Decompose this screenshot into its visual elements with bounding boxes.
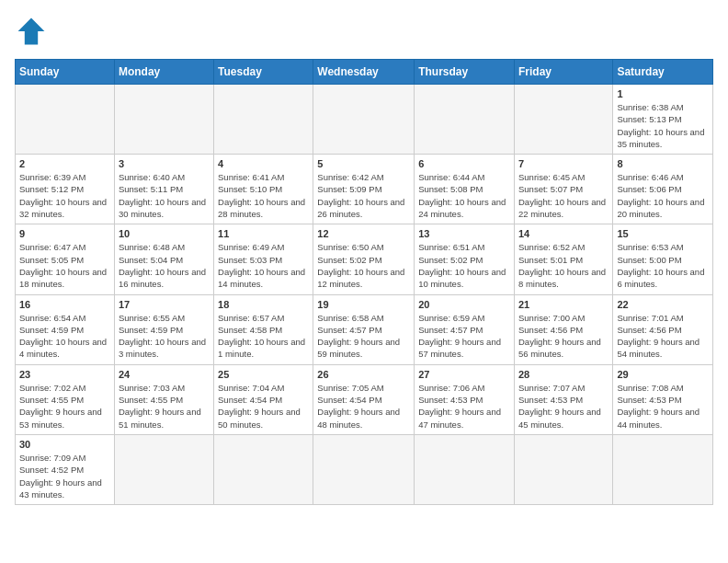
day-info: Sunrise: 6:55 AM Sunset: 4:59 PM Dayligh… <box>119 312 210 361</box>
calendar-cell: 6Sunrise: 6:44 AM Sunset: 5:08 PM Daylig… <box>415 155 515 224</box>
day-info: Sunrise: 7:06 AM Sunset: 4:53 PM Dayligh… <box>418 382 510 431</box>
day-info: Sunrise: 6:49 AM Sunset: 5:03 PM Dayligh… <box>218 241 309 290</box>
calendar-cell: 9Sunrise: 6:47 AM Sunset: 5:05 PM Daylig… <box>16 224 115 294</box>
calendar-week-row: 16Sunrise: 6:54 AM Sunset: 4:59 PM Dayli… <box>16 294 713 364</box>
calendar-cell <box>313 434 415 504</box>
calendar-cell: 20Sunrise: 6:59 AM Sunset: 4:57 PM Dayli… <box>415 294 515 364</box>
day-number: 11 <box>218 228 309 239</box>
day-number: 20 <box>418 299 510 310</box>
day-number: 10 <box>119 228 210 239</box>
logo-icon <box>15 15 48 48</box>
day-info: Sunrise: 6:50 AM Sunset: 5:02 PM Dayligh… <box>317 241 410 290</box>
calendar-cell: 24Sunrise: 7:03 AM Sunset: 4:55 PM Dayli… <box>114 364 213 434</box>
calendar-cell: 8Sunrise: 6:46 AM Sunset: 5:06 PM Daylig… <box>613 155 713 224</box>
weekday-header: Friday <box>514 60 612 85</box>
day-info: Sunrise: 6:51 AM Sunset: 5:02 PM Dayligh… <box>418 241 510 290</box>
day-info: Sunrise: 6:48 AM Sunset: 5:04 PM Dayligh… <box>119 241 210 290</box>
day-info: Sunrise: 6:54 AM Sunset: 4:59 PM Dayligh… <box>19 312 110 361</box>
calendar-cell <box>613 434 713 504</box>
calendar-cell: 17Sunrise: 6:55 AM Sunset: 4:59 PM Dayli… <box>114 294 213 364</box>
day-info: Sunrise: 6:46 AM Sunset: 5:06 PM Dayligh… <box>617 171 709 220</box>
calendar-cell <box>415 85 515 155</box>
calendar-cell <box>114 85 213 155</box>
calendar-cell: 19Sunrise: 6:58 AM Sunset: 4:57 PM Dayli… <box>313 294 415 364</box>
calendar-week-row: 2Sunrise: 6:39 AM Sunset: 5:12 PM Daylig… <box>16 155 713 224</box>
day-number: 14 <box>518 228 609 239</box>
calendar-cell: 1Sunrise: 6:38 AM Sunset: 5:13 PM Daylig… <box>613 85 713 155</box>
day-number: 13 <box>418 228 510 239</box>
day-number: 24 <box>119 369 210 380</box>
calendar-cell <box>415 434 515 504</box>
calendar-cell: 7Sunrise: 6:45 AM Sunset: 5:07 PM Daylig… <box>514 155 612 224</box>
day-number: 16 <box>19 299 110 310</box>
day-number: 18 <box>218 299 309 310</box>
day-number: 29 <box>617 369 709 380</box>
day-info: Sunrise: 6:44 AM Sunset: 5:08 PM Dayligh… <box>418 171 510 220</box>
calendar-week-row: 30Sunrise: 7:09 AM Sunset: 4:52 PM Dayli… <box>16 434 713 504</box>
calendar-cell: 29Sunrise: 7:08 AM Sunset: 4:53 PM Dayli… <box>613 364 713 434</box>
day-info: Sunrise: 6:59 AM Sunset: 4:57 PM Dayligh… <box>418 312 510 361</box>
calendar-cell <box>114 434 213 504</box>
weekday-header: Thursday <box>415 60 515 85</box>
calendar-cell: 22Sunrise: 7:01 AM Sunset: 4:56 PM Dayli… <box>613 294 713 364</box>
day-info: Sunrise: 6:52 AM Sunset: 5:01 PM Dayligh… <box>518 241 609 290</box>
calendar-cell: 4Sunrise: 6:41 AM Sunset: 5:10 PM Daylig… <box>214 155 313 224</box>
day-number: 21 <box>518 299 609 310</box>
calendar-cell: 15Sunrise: 6:53 AM Sunset: 5:00 PM Dayli… <box>613 224 713 294</box>
day-info: Sunrise: 6:42 AM Sunset: 5:09 PM Dayligh… <box>317 171 410 220</box>
day-number: 2 <box>19 158 110 169</box>
calendar-cell: 30Sunrise: 7:09 AM Sunset: 4:52 PM Dayli… <box>16 434 115 504</box>
svg-marker-0 <box>18 18 45 45</box>
calendar-cell <box>514 85 612 155</box>
day-number: 25 <box>218 369 309 380</box>
calendar-cell: 26Sunrise: 7:05 AM Sunset: 4:54 PM Dayli… <box>313 364 415 434</box>
calendar-week-row: 23Sunrise: 7:02 AM Sunset: 4:55 PM Dayli… <box>16 364 713 434</box>
calendar-week-row: 1Sunrise: 6:38 AM Sunset: 5:13 PM Daylig… <box>16 85 713 155</box>
calendar-cell: 3Sunrise: 6:40 AM Sunset: 5:11 PM Daylig… <box>114 155 213 224</box>
day-info: Sunrise: 6:47 AM Sunset: 5:05 PM Dayligh… <box>19 241 110 290</box>
calendar-cell: 21Sunrise: 7:00 AM Sunset: 4:56 PM Dayli… <box>514 294 612 364</box>
day-info: Sunrise: 7:02 AM Sunset: 4:55 PM Dayligh… <box>19 382 110 431</box>
day-info: Sunrise: 6:58 AM Sunset: 4:57 PM Dayligh… <box>317 312 410 361</box>
day-number: 5 <box>317 158 410 169</box>
day-info: Sunrise: 6:53 AM Sunset: 5:00 PM Dayligh… <box>617 241 709 290</box>
calendar-cell: 5Sunrise: 6:42 AM Sunset: 5:09 PM Daylig… <box>313 155 415 224</box>
calendar-cell <box>514 434 612 504</box>
calendar-cell: 16Sunrise: 6:54 AM Sunset: 4:59 PM Dayli… <box>16 294 115 364</box>
day-number: 12 <box>317 228 410 239</box>
day-info: Sunrise: 7:04 AM Sunset: 4:54 PM Dayligh… <box>218 382 309 431</box>
calendar-week-row: 9Sunrise: 6:47 AM Sunset: 5:05 PM Daylig… <box>16 224 713 294</box>
day-number: 3 <box>119 158 210 169</box>
day-number: 17 <box>119 299 210 310</box>
day-info: Sunrise: 7:00 AM Sunset: 4:56 PM Dayligh… <box>518 312 609 361</box>
day-number: 6 <box>418 158 510 169</box>
calendar-cell <box>16 85 115 155</box>
weekday-header-row: SundayMondayTuesdayWednesdayThursdayFrid… <box>16 60 713 85</box>
weekday-header: Sunday <box>16 60 115 85</box>
weekday-header: Tuesday <box>214 60 313 85</box>
day-info: Sunrise: 7:05 AM Sunset: 4:54 PM Dayligh… <box>317 382 410 431</box>
day-number: 8 <box>617 158 709 169</box>
day-info: Sunrise: 7:03 AM Sunset: 4:55 PM Dayligh… <box>119 382 210 431</box>
day-info: Sunrise: 6:41 AM Sunset: 5:10 PM Dayligh… <box>218 171 309 220</box>
day-info: Sunrise: 6:57 AM Sunset: 4:58 PM Dayligh… <box>218 312 309 361</box>
calendar-cell: 28Sunrise: 7:07 AM Sunset: 4:53 PM Dayli… <box>514 364 612 434</box>
day-number: 1 <box>617 88 709 99</box>
calendar-cell: 14Sunrise: 6:52 AM Sunset: 5:01 PM Dayli… <box>514 224 612 294</box>
day-number: 9 <box>19 228 110 239</box>
calendar-cell: 12Sunrise: 6:50 AM Sunset: 5:02 PM Dayli… <box>313 224 415 294</box>
page-header <box>15 15 713 48</box>
weekday-header: Wednesday <box>313 60 415 85</box>
day-info: Sunrise: 6:40 AM Sunset: 5:11 PM Dayligh… <box>119 171 210 220</box>
day-info: Sunrise: 7:09 AM Sunset: 4:52 PM Dayligh… <box>19 452 110 500</box>
day-info: Sunrise: 7:01 AM Sunset: 4:56 PM Dayligh… <box>617 312 709 361</box>
day-number: 7 <box>518 158 609 169</box>
day-info: Sunrise: 6:39 AM Sunset: 5:12 PM Dayligh… <box>19 171 110 220</box>
day-number: 15 <box>617 228 709 239</box>
day-number: 27 <box>418 369 510 380</box>
calendar-cell: 27Sunrise: 7:06 AM Sunset: 4:53 PM Dayli… <box>415 364 515 434</box>
calendar-cell <box>214 85 313 155</box>
day-info: Sunrise: 7:07 AM Sunset: 4:53 PM Dayligh… <box>518 382 609 431</box>
day-number: 19 <box>317 299 410 310</box>
calendar-cell <box>214 434 313 504</box>
